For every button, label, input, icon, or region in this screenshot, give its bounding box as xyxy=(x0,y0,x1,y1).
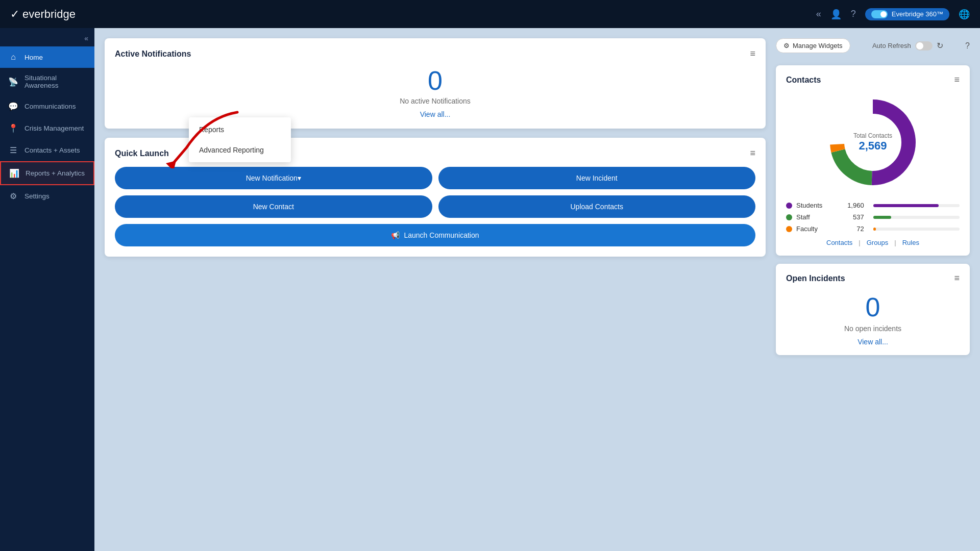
card-menu-icon[interactable]: ≡ xyxy=(750,48,755,59)
faculty-bar-container xyxy=(873,228,960,231)
contacts-widget-title: Contacts xyxy=(786,76,821,85)
students-label: Students xyxy=(796,202,840,209)
refresh-icon[interactable]: ↻ xyxy=(937,41,943,51)
total-contacts-label: Total Contacts xyxy=(853,132,892,139)
right-column: ⚙ Manage Widgets Auto Refresh ↻ ? Contac… xyxy=(776,38,970,541)
staff-bar xyxy=(873,216,892,219)
incidents-widget-title: Open Incidents xyxy=(786,274,845,283)
logo: ✓ everbridge xyxy=(10,8,76,21)
new-notification-button[interactable]: New Notification▾ xyxy=(115,167,432,189)
sidebar-item-crisis-management[interactable]: 📍 Crisis Management xyxy=(0,117,94,139)
students-count: 1,960 xyxy=(844,202,864,209)
staff-dot xyxy=(786,214,792,220)
donut-chart-container: Total Contacts 2,569 xyxy=(786,91,960,193)
incidents-widget-header: Open Incidents ≡ xyxy=(786,273,960,284)
launch-icon: 📢 xyxy=(391,231,400,239)
contacts-icon: ☰ xyxy=(8,145,18,155)
contacts-links: Contacts | Groups | Rules xyxy=(786,239,960,246)
donut-center: Total Contacts 2,569 xyxy=(853,132,892,153)
chart-icon: 📊 xyxy=(9,168,19,178)
new-contact-button[interactable]: New Contact xyxy=(115,195,432,218)
staff-count: 537 xyxy=(844,213,864,221)
faculty-count: 72 xyxy=(844,225,864,233)
help-icon[interactable]: ? xyxy=(851,9,856,19)
sidebar-item-label: Situational Awareness xyxy=(24,74,86,89)
groups-link[interactable]: Groups xyxy=(867,239,889,246)
auto-refresh-label: Auto Refresh xyxy=(872,42,911,49)
card-title: Active Notifications xyxy=(115,49,191,59)
new-incident-button[interactable]: New Incident xyxy=(438,167,756,189)
topbar-right: « 👤 ? Everbridge 360™ 🌐 xyxy=(816,8,970,20)
contacts-widget-header: Contacts ≡ xyxy=(786,74,960,85)
notification-message: No active Notifications xyxy=(115,97,755,105)
open-incidents-widget: Open Incidents ≡ 0 No open incidents Vie… xyxy=(776,264,970,355)
dropdown-item-advanced-reporting[interactable]: Advanced Reporting xyxy=(189,140,291,160)
contacts-widget: Contacts ≡ Total Contacts 2 xyxy=(776,65,970,256)
topbar: ✓ everbridge « 👤 ? Everbridge 360™ 🌐 xyxy=(0,0,980,28)
sidebar-item-communications[interactable]: 💬 Communications xyxy=(0,95,94,117)
sidebar-item-label: Settings xyxy=(24,192,50,200)
sidebar-item-situational-awareness[interactable]: 📡 Situational Awareness xyxy=(0,68,94,95)
incidents-menu-icon[interactable]: ≡ xyxy=(954,273,960,284)
manage-widgets-button[interactable]: ⚙ Manage Widgets xyxy=(776,38,850,53)
incidents-count: 0 xyxy=(786,294,960,320)
auto-refresh-toggle[interactable] xyxy=(915,41,933,51)
card-header: Active Notifications ≡ xyxy=(115,48,755,59)
satellite-icon: 📡 xyxy=(8,77,18,87)
incidents-message: No open incidents xyxy=(786,324,960,333)
sidebar-item-contacts-assets[interactable]: ☰ Contacts + Assets xyxy=(0,139,94,161)
notification-count: 0 xyxy=(115,67,755,94)
toggle-label: Everbridge 360™ xyxy=(892,10,943,18)
toggle-switch[interactable] xyxy=(871,10,888,18)
logo-check: ✓ xyxy=(10,8,19,21)
contacts-link[interactable]: Contacts xyxy=(826,239,852,246)
staff-label: Staff xyxy=(796,213,840,221)
card-menu-icon[interactable]: ≡ xyxy=(750,148,755,159)
faculty-bar xyxy=(873,228,876,231)
auto-refresh-area: Auto Refresh ↻ xyxy=(872,41,943,51)
logo-text: everbridge xyxy=(22,8,76,21)
widget-help-icon[interactable]: ? xyxy=(965,41,970,51)
user-icon[interactable]: 👤 xyxy=(830,9,842,20)
contacts-legend: Students 1,960 Staff 537 xyxy=(786,202,960,233)
legend-item-faculty: Faculty 72 xyxy=(786,225,960,233)
faculty-label: Faculty xyxy=(796,225,840,233)
incidents-view-all-link[interactable]: View all... xyxy=(786,338,960,346)
sidebar-item-settings[interactable]: ⚙ Settings xyxy=(0,185,94,207)
legend-item-students: Students 1,960 xyxy=(786,202,960,209)
sidebar-item-label: Reports + Analytics xyxy=(26,169,85,177)
gear-icon: ⚙ xyxy=(783,42,790,49)
sidebar-item-label: Crisis Management xyxy=(24,124,84,132)
dropdown-item-reports[interactable]: Reports xyxy=(189,119,291,140)
home-icon: ⌂ xyxy=(8,53,18,62)
contacts-menu-icon[interactable]: ≡ xyxy=(954,74,960,85)
left-column: Active Notifications ≡ 0 No active Notif… xyxy=(105,38,766,541)
widget-header: ⚙ Manage Widgets Auto Refresh ↻ ? xyxy=(776,38,970,53)
button-grid: New Notification▾ New Incident New Conta… xyxy=(115,167,755,218)
gear-icon: ⚙ xyxy=(8,191,18,201)
sidebar-item-home[interactable]: ⌂ Home xyxy=(0,46,94,68)
active-notifications-card: Active Notifications ≡ 0 No active Notif… xyxy=(105,38,766,129)
globe-icon[interactable]: 🌐 xyxy=(959,9,970,20)
faculty-dot xyxy=(786,226,792,232)
launch-label: Launch Communication xyxy=(404,231,479,239)
launch-communication-button[interactable]: 📢 Launch Communication xyxy=(115,224,755,246)
content-area: Reports Advanced Reporting Active Notifi… xyxy=(94,28,980,551)
upload-contacts-button[interactable]: Upload Contacts xyxy=(438,195,756,218)
everbridge-toggle[interactable]: Everbridge 360™ xyxy=(865,8,949,20)
legend-item-staff: Staff 537 xyxy=(786,213,960,221)
students-bar xyxy=(873,204,939,207)
chat-icon: 💬 xyxy=(8,102,18,111)
rules-link[interactable]: Rules xyxy=(902,239,919,246)
sidebar-item-label: Home xyxy=(24,54,43,61)
sidebar-collapse-button[interactable]: « xyxy=(0,32,94,46)
collapse-icon[interactable]: « xyxy=(816,9,821,19)
card-title: Quick Launch xyxy=(115,149,169,158)
sidebar-item-reports-analytics[interactable]: 📊 Reports + Analytics xyxy=(0,161,94,185)
reports-dropdown: Reports Advanced Reporting xyxy=(189,117,291,162)
sidebar-item-label: Contacts + Assets xyxy=(24,146,80,154)
main-layout: « ⌂ Home 📡 Situational Awareness 💬 Commu… xyxy=(0,28,980,551)
students-dot xyxy=(786,203,792,209)
sidebar-item-label: Communications xyxy=(24,103,76,110)
students-bar-container xyxy=(873,204,960,207)
